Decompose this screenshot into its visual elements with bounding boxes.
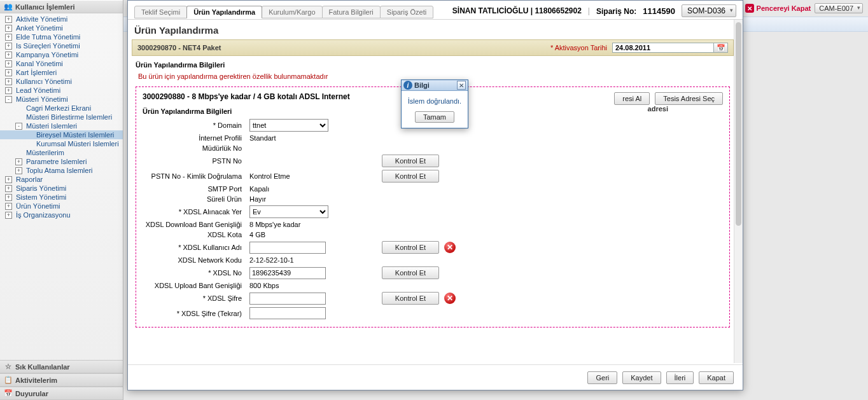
yer-select[interactable]: Ev	[249, 205, 328, 218]
sidebar-item[interactable]: Bireysel Müsteri Islemleri	[0, 130, 123, 139]
activation-date-input[interactable]	[612, 43, 714, 53]
sidebar-item[interactable]: +Is Süreçleri Yönetimi	[0, 41, 123, 50]
sidebar-item[interactable]: +Raporlar	[0, 175, 123, 184]
get-address-button[interactable]: resi Al	[614, 92, 650, 105]
expand-icon[interactable]: +	[5, 16, 12, 23]
wizard-tab[interactable]: Kurulum/Kargo	[262, 6, 322, 18]
domain-select[interactable]: ttnet	[249, 119, 328, 132]
expand-icon[interactable]: +	[5, 60, 12, 67]
xdsl-user-check-button[interactable]: Kontrol Et	[382, 241, 439, 254]
expand-icon[interactable]: +	[5, 176, 12, 183]
sidebar-item[interactable]: +Parametre Islemleri	[0, 157, 123, 166]
tree-spacer	[15, 114, 22, 121]
xdsl-no-input[interactable]	[249, 267, 326, 279]
config-form: * Domain ttnet İnternet Profili Standart…	[143, 119, 723, 319]
sidebar-item[interactable]: +Sistem Yönetimi	[0, 193, 123, 202]
info-ok-button[interactable]: Tamam	[415, 111, 454, 123]
dialog-scrollbar[interactable]	[734, 20, 743, 363]
sidebar-item[interactable]: +Toplu Atama Islemleri	[0, 166, 123, 175]
expand-icon[interactable]: +	[5, 185, 12, 192]
expand-icon[interactable]: +	[5, 25, 12, 32]
error-icon: ✕	[444, 293, 456, 304]
xdsl-pw-input[interactable]	[249, 293, 326, 305]
sidebar-item[interactable]: +Aktivite Yönetimi	[0, 15, 123, 24]
wizard-tab[interactable]: Sipariş Özeti	[380, 6, 433, 18]
info-close-icon[interactable]: ✕	[457, 81, 466, 90]
xdsl-pw-check-button[interactable]: Kontrol Et	[382, 292, 439, 305]
sidebar-item[interactable]: +Kanal Yönetimi	[0, 59, 123, 68]
expand-icon[interactable]: +	[15, 158, 22, 165]
back-button[interactable]: Geri	[587, 371, 617, 384]
calendar-icon[interactable]: 📅	[714, 43, 728, 53]
wizard-tab[interactable]: Teklif Seçimi	[134, 6, 187, 18]
sidebar-item[interactable]: -Müsteri Islemleri	[0, 121, 123, 130]
customer-info: SİNAN TATLICİOĞLU | 11806652902	[452, 6, 582, 15]
sidebar-item[interactable]: Cagri Merkezi Ekrani	[0, 104, 123, 113]
info-modal-titlebar[interactable]: i Bilgi ✕	[402, 80, 468, 91]
calendar-icon: 📅	[4, 389, 13, 397]
sidebar-item[interactable]: +Anket Yönetimi	[0, 24, 123, 32]
sidebar-item[interactable]: -Müsteri Yönetimi	[0, 95, 123, 104]
expand-icon[interactable]: +	[5, 69, 12, 76]
wizard-tab[interactable]: Ürün Yapılandırma	[186, 6, 262, 18]
xdsl-pw2-input[interactable]	[249, 307, 326, 319]
sidebar-item-label: Cagri Merkezi Ekrani	[26, 104, 91, 112]
scrollbar-thumb[interactable]	[736, 22, 741, 226]
users-icon: 👥	[4, 3, 13, 11]
no-label: * XDSL No	[143, 269, 244, 277]
expand-icon[interactable]: +	[5, 87, 12, 94]
up-value: 800 Kbps	[249, 282, 377, 289]
nav-section-announcements[interactable]: 📅 Duyurular	[0, 387, 123, 400]
facility-address-label: adresi	[648, 105, 668, 116]
wizard-tabs: Teklif SeçimiÜrün YapılandırmaKurulum/Ka…	[128, 1, 743, 20]
collapse-icon[interactable]: -	[15, 123, 22, 130]
expand-icon[interactable]: +	[5, 194, 12, 201]
sidebar-item-label: Müsterilerim	[26, 149, 64, 156]
tree-spacer	[15, 149, 22, 156]
sidebar-item-label: Aktivite Yönetimi	[16, 15, 67, 23]
pick-address-button[interactable]: Tesis Adresi Seç	[655, 92, 723, 105]
expand-icon[interactable]: +	[5, 203, 12, 210]
sidebar-item[interactable]: Müsterilerim	[0, 148, 123, 157]
sidebar-item-label: Müsteri Yönetimi	[16, 95, 68, 103]
expand-icon[interactable]: +	[5, 52, 12, 59]
sidebar-item[interactable]: +Kart İşlemleri	[0, 68, 123, 77]
wizard-tab[interactable]: Fatura Bilgileri	[322, 6, 381, 18]
sidebar-item[interactable]: +Ürün Yönetimi	[0, 202, 123, 210]
som-dropdown[interactable]: SOM-D036	[682, 4, 736, 17]
sidebar-item[interactable]: +Kampanya Yönetimi	[0, 50, 123, 59]
sidebar-item-label: Anket Yönetimi	[16, 24, 63, 32]
xdsl-no-check-button[interactable]: Kontrol Et	[382, 266, 439, 279]
expand-icon[interactable]: +	[15, 167, 22, 174]
expand-icon[interactable]: +	[5, 43, 12, 50]
nav-section-activities[interactable]: 📋 Aktivitelerim	[0, 373, 123, 387]
save-button[interactable]: Kaydet	[622, 371, 661, 384]
expand-icon[interactable]: +	[5, 78, 12, 85]
close-icon: ✕	[745, 4, 754, 13]
pstn-kimlik-check-button[interactable]: Kontrol Et	[382, 170, 439, 183]
expand-icon[interactable]: +	[5, 212, 12, 219]
sidebar-item[interactable]: Kurumsal Müsteri Islemleri	[0, 139, 123, 148]
close-button[interactable]: Kapat	[699, 371, 734, 384]
sidebar-item[interactable]: Müsteri Birlestirme Islemleri	[0, 113, 123, 121]
pstn-check-button[interactable]: Kontrol Et	[382, 155, 439, 167]
collapse-icon[interactable]: -	[5, 96, 12, 103]
sidebar-item[interactable]: +Lead Yönetimi	[0, 86, 123, 95]
cam-dropdown[interactable]: CAM-E007	[815, 3, 863, 13]
sidebar-item[interactable]: +Elde Tutma Yönetimi	[0, 32, 123, 41]
close-window-button[interactable]: ✕ Pencereyi Kapat	[745, 4, 811, 13]
profile-value: Standart	[249, 134, 377, 142]
nav-section-user-ops[interactable]: 👥 Kullanıcı İşlemleri	[0, 0, 123, 13]
sidebar-item[interactable]: +Kullanıcı Yönetimi	[0, 77, 123, 86]
nav-section-favorites[interactable]: ☆ Sık Kullanılanlar	[0, 360, 123, 373]
info-icon: i	[403, 81, 412, 90]
sidebar-item[interactable]: +İş Organizasyonu	[0, 210, 123, 219]
kota-value: 4 GB	[249, 231, 377, 238]
pstn-kimlik-label: PSTN No - Kimlik Doğrulama	[143, 172, 244, 180]
sidebar-item-label: Kullanıcı Yönetimi	[16, 78, 72, 85]
expand-icon[interactable]: +	[5, 34, 12, 41]
sidebar-item[interactable]: +Siparis Yönetimi	[0, 184, 123, 193]
xdsl-user-input[interactable]	[249, 242, 326, 254]
next-button[interactable]: İleri	[666, 371, 694, 384]
net-value: 2-12-522-10-1	[249, 256, 377, 264]
